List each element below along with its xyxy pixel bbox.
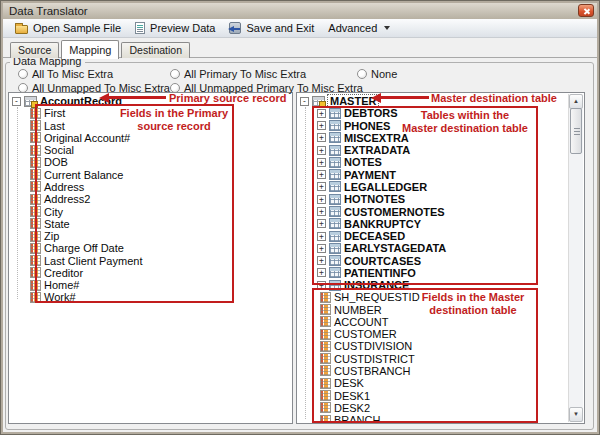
- expand-icon[interactable]: +: [317, 281, 326, 290]
- destination-table-item[interactable]: +EXTRADATA: [297, 144, 584, 156]
- table-icon: [329, 157, 341, 168]
- destination-field-item[interactable]: CUSTBRANCH: [297, 365, 584, 377]
- destination-table-item[interactable]: +CUSTOMERNOTES: [297, 205, 584, 217]
- expand-icon[interactable]: +: [317, 256, 326, 265]
- collapse-icon[interactable]: -: [300, 97, 309, 106]
- expand-icon[interactable]: +: [317, 146, 326, 155]
- expand-icon[interactable]: +: [317, 268, 326, 277]
- table-icon: [329, 120, 341, 131]
- destination-field-item[interactable]: DESK: [297, 377, 584, 389]
- source-field-item[interactable]: Original Account#: [9, 132, 292, 144]
- destination-field-item[interactable]: CUSTOMER: [297, 328, 584, 340]
- scrollbar-thumb[interactable]: [570, 108, 582, 154]
- destination-field-item[interactable]: CUSTDISTRICT: [297, 353, 584, 365]
- table-icon: [329, 231, 341, 242]
- field-icon: [30, 194, 41, 205]
- source-field-item[interactable]: Creditor: [9, 267, 292, 279]
- tab-source[interactable]: Source: [10, 42, 59, 58]
- expand-icon[interactable]: +: [317, 170, 326, 179]
- expand-icon[interactable]: +: [317, 109, 326, 118]
- expand-icon[interactable]: +: [317, 182, 326, 191]
- expand-icon[interactable]: +: [317, 232, 326, 241]
- source-field-item[interactable]: Work#: [9, 291, 292, 303]
- destination-table-item[interactable]: +INSURANCE: [297, 279, 584, 291]
- tree-item-label: CUSTBRANCH: [334, 365, 410, 377]
- radio-circle-icon: [170, 69, 180, 79]
- source-field-item[interactable]: Zip: [9, 230, 292, 242]
- destination-table-item[interactable]: +LEGALLEDGER: [297, 181, 584, 193]
- field-icon: [30, 206, 41, 217]
- annotation-fields-in-master: Fields in the Master destination table: [410, 291, 536, 316]
- radio-label: All To Misc Extra: [32, 68, 113, 80]
- expand-icon[interactable]: +: [317, 219, 326, 228]
- tree-item-label: Zip: [44, 230, 59, 242]
- scroll-down-icon[interactable]: ▼: [569, 407, 583, 422]
- source-field-item[interactable]: City: [9, 205, 292, 217]
- destination-field-item[interactable]: BRANCH: [297, 414, 584, 424]
- open-sample-file-button[interactable]: Open Sample File: [15, 22, 121, 34]
- title-bar[interactable]: Data Translator: [3, 3, 597, 19]
- expand-icon[interactable]: +: [317, 133, 326, 142]
- source-field-item[interactable]: Home#: [9, 279, 292, 291]
- source-field-item[interactable]: Address: [9, 181, 292, 193]
- field-icon: [320, 292, 331, 303]
- table-icon: [24, 96, 37, 107]
- field-icon: [320, 390, 331, 401]
- destination-table-item[interactable]: +EARLYSTAGEDATA: [297, 242, 584, 254]
- field-icon: [30, 120, 41, 131]
- destination-table-item[interactable]: +COURTCASES: [297, 254, 584, 266]
- close-icon[interactable]: [578, 4, 594, 17]
- source-field-item[interactable]: State: [9, 218, 292, 230]
- destination-tree-rows: -MASTER+DEBTORS+PHONES+MISCEXTRA+EXTRADA…: [297, 93, 584, 423]
- source-tree[interactable]: -AccountRecordFirstLastOriginal Account#…: [8, 92, 293, 424]
- destination-table-item[interactable]: +DECEASED: [297, 230, 584, 242]
- annotation-fields-in-primary: Fields in the Primary source record: [116, 107, 232, 132]
- table-icon: [329, 255, 341, 266]
- destination-table-item[interactable]: +HOTNOTES: [297, 193, 584, 205]
- expand-icon[interactable]: +: [317, 195, 326, 204]
- radio-none[interactable]: None: [357, 68, 397, 80]
- radio-label: None: [371, 68, 397, 80]
- destination-field-item[interactable]: DESK2: [297, 402, 584, 414]
- tree-item-label: SH_REQUESTID: [334, 291, 420, 303]
- preview-data-label: Preview Data: [150, 22, 215, 34]
- source-field-item[interactable]: Social: [9, 144, 292, 156]
- advanced-menu-button[interactable]: Advanced: [328, 22, 390, 34]
- source-field-item[interactable]: Current Balance: [9, 169, 292, 181]
- save-and-exit-button[interactable]: Save and Exit: [229, 22, 314, 34]
- tree-item-label: CUSTOMERNOTES: [344, 206, 445, 218]
- destination-table-item[interactable]: +BANKRUPTCY: [297, 218, 584, 230]
- collapse-icon[interactable]: -: [12, 97, 21, 106]
- field-icon: [30, 169, 41, 180]
- destination-field-item[interactable]: DESK1: [297, 389, 584, 401]
- expand-icon[interactable]: +: [317, 158, 326, 167]
- expand-icon[interactable]: +: [317, 121, 326, 130]
- table-icon: [312, 96, 325, 107]
- preview-data-button[interactable]: Preview Data: [135, 22, 215, 34]
- tree-item-label: Last: [44, 120, 65, 132]
- radio-all-primary-to-misc-extra[interactable]: All Primary To Misc Extra: [170, 68, 306, 80]
- source-field-item[interactable]: DOB: [9, 156, 292, 168]
- radio-all-to-misc-extra[interactable]: All To Misc Extra: [18, 68, 113, 80]
- destination-table-item[interactable]: +PAYMENT: [297, 169, 584, 181]
- destination-table-item[interactable]: +NOTES: [297, 156, 584, 168]
- field-icon: [30, 267, 41, 278]
- annotation-master-destination-table: Master destination table: [431, 92, 557, 104]
- destination-field-item[interactable]: ACCOUNT: [297, 316, 584, 328]
- scroll-up-icon[interactable]: ▲: [569, 94, 583, 109]
- radio-all-unmapped-to-misc-extra[interactable]: All Unmapped To Misc Extra: [18, 82, 170, 94]
- tab-destination[interactable]: Destination: [121, 42, 190, 58]
- tab-mapping[interactable]: Mapping: [61, 40, 119, 59]
- vertical-scrollbar[interactable]: ▲ ▼: [568, 94, 583, 422]
- source-field-item[interactable]: Charge Off Date: [9, 242, 292, 254]
- tree-item-label: Charge Off Date: [44, 242, 124, 254]
- destination-field-item[interactable]: CUSTDIVISION: [297, 340, 584, 352]
- source-field-item[interactable]: Address2: [9, 193, 292, 205]
- field-icon: [320, 304, 331, 315]
- expand-icon[interactable]: +: [317, 244, 326, 253]
- destination-tree[interactable]: -MASTER+DEBTORS+PHONES+MISCEXTRA+EXTRADA…: [296, 92, 585, 424]
- source-field-item[interactable]: Last Client Payment: [9, 254, 292, 266]
- expand-icon[interactable]: +: [317, 207, 326, 216]
- tree-item-label: BANKRUPTCY: [344, 218, 421, 230]
- destination-table-item[interactable]: +PATIENTINFO: [297, 267, 584, 279]
